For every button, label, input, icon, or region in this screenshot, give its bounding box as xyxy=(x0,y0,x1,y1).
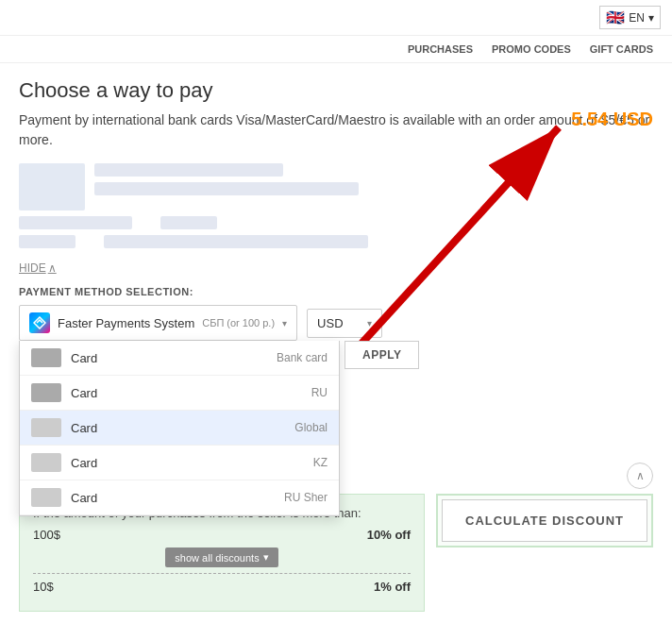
collapse-button[interactable]: ∧ xyxy=(627,463,653,489)
blur-image xyxy=(19,163,85,211)
payment-chevron-icon: ▾ xyxy=(282,318,287,328)
fps-icon xyxy=(29,312,50,333)
blur-text xyxy=(94,182,359,195)
card-icon-4 xyxy=(31,488,61,507)
dropdown-item-4[interactable]: Card RU Sher xyxy=(20,480,339,515)
price-value: 5.54 xyxy=(571,109,608,129)
nav-promo-codes[interactable]: PROMO CODES xyxy=(492,43,571,55)
blur-text xyxy=(160,216,217,229)
show-all-chevron-icon: ▾ xyxy=(263,551,269,564)
lang-label: EN xyxy=(629,11,645,25)
flag-icon: 🇬🇧 xyxy=(606,8,625,26)
lang-chevron: ▾ xyxy=(648,11,654,25)
hide-link[interactable]: HIDE ∧ xyxy=(19,261,57,275)
top-bar: 🇬🇧 EN ▾ xyxy=(0,0,672,36)
calculate-discount-button[interactable]: CALCULATE DISCOUNT xyxy=(442,499,647,542)
payment-method-name: Faster Payments System xyxy=(58,316,194,330)
dropdown-item-2[interactable]: Card Global xyxy=(20,411,339,446)
discount-pct-0: 10% off xyxy=(367,528,411,542)
dropdown-label-2: Card xyxy=(71,421,285,435)
discount-amount-0: 100$ xyxy=(33,528,60,542)
card-icon-2 xyxy=(31,418,61,437)
show-all-label: show all discounts xyxy=(175,552,259,564)
dropdown-label-1: Card xyxy=(71,386,302,400)
card-icon-1 xyxy=(31,383,61,402)
dropdown-item-0[interactable]: Card Bank card xyxy=(20,341,339,376)
info-text: Payment by international bank cards Visa… xyxy=(19,110,653,150)
blur-text xyxy=(104,235,368,248)
card-icon-3 xyxy=(31,453,61,472)
main-content: Choose a way to pay Payment by internati… xyxy=(0,63,672,627)
nav-bar: PURCHASES PROMO CODES GIFT CARDS xyxy=(0,36,672,63)
blur-text xyxy=(19,235,76,248)
apply-button[interactable]: APPLY xyxy=(344,341,419,369)
payment-method-select[interactable]: Faster Payments System СБП (or 100 р.) ▾ xyxy=(19,305,297,341)
dropdown-sub-0: Bank card xyxy=(277,351,328,364)
currency-value: USD xyxy=(317,316,343,330)
discount-row-1: 10$ 1% off xyxy=(33,580,411,594)
dropdown-item-3[interactable]: Card KZ xyxy=(20,446,339,480)
blur-text xyxy=(19,216,132,229)
dropdown-label-3: Card xyxy=(71,456,304,470)
currency-select[interactable]: USD ▾ xyxy=(307,309,382,338)
page-title: Choose a way to pay xyxy=(19,78,653,103)
price-badge: 5.54 USD xyxy=(571,109,653,130)
divider xyxy=(33,573,411,574)
dropdown-label-4: Card xyxy=(71,491,275,505)
hide-label: HIDE xyxy=(19,261,46,275)
discount-pct-1: 1% off xyxy=(374,580,411,594)
price-currency: USD xyxy=(613,109,653,129)
hide-chevron: ∧ xyxy=(48,261,57,275)
dropdown-sub-4: RU Sher xyxy=(284,491,328,504)
dropdown-sub-2: Global xyxy=(294,421,328,434)
payment-method-sub: СБП (or 100 р.) xyxy=(202,317,275,328)
collapse-icon: ∧ xyxy=(636,469,645,482)
dropdown-sub-1: RU xyxy=(311,386,328,399)
dropdown-sub-3: KZ xyxy=(313,456,328,469)
nav-purchases[interactable]: PURCHASES xyxy=(408,43,473,55)
blur-text xyxy=(94,163,283,177)
nav-gift-cards[interactable]: GIFT CARDS xyxy=(590,43,653,55)
discount-row-0: 100$ 10% off xyxy=(33,528,411,542)
dropdown-item-1[interactable]: Card RU xyxy=(20,376,339,411)
payment-section: PAYMENT METHOD SELECTION: Faster Payment… xyxy=(19,286,653,341)
calculate-wrapper: CALCULATE DISCOUNT xyxy=(436,494,653,547)
lang-selector[interactable]: 🇬🇧 EN ▾ xyxy=(599,6,661,29)
blurred-section xyxy=(19,163,653,248)
card-icon-0 xyxy=(31,348,61,367)
dropdown-label-0: Card xyxy=(71,351,267,365)
payment-label: PAYMENT METHOD SELECTION: xyxy=(19,286,653,297)
currency-chevron-icon: ▾ xyxy=(367,318,372,328)
show-all-button[interactable]: show all discounts ▾ xyxy=(165,547,277,567)
discount-amount-1: 10$ xyxy=(33,580,54,594)
payment-row: Faster Payments System СБП (or 100 р.) ▾… xyxy=(19,305,653,341)
payment-dropdown: Card Bank card Card RU Card Global xyxy=(19,341,340,516)
